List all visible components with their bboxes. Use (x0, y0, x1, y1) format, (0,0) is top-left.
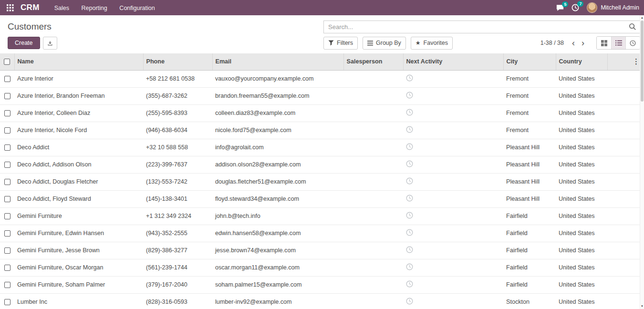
search-input[interactable] (327, 23, 629, 31)
next-activity-clock-icon[interactable] (406, 298, 413, 305)
cell-name[interactable]: Azure Interior, Colleen Diaz (14, 104, 143, 122)
next-activity-clock-icon[interactable] (406, 280, 413, 288)
table-row[interactable]: Lumber Inc (828)-316-0593 lumber-inv92@e… (0, 293, 644, 309)
menu-configuration[interactable]: Configuration (114, 1, 160, 15)
next-activity-clock-icon[interactable] (406, 195, 413, 202)
menu-reporting[interactable]: Reporting (76, 1, 113, 15)
cell-email[interactable]: jesse.brown74@example.com (212, 242, 343, 259)
cell-email[interactable]: colleen.diaz83@example.com (212, 104, 343, 122)
cell-next-activity[interactable] (403, 156, 503, 173)
cell-country[interactable]: United States (556, 276, 607, 293)
cell-salesperson[interactable] (343, 156, 403, 173)
next-activity-clock-icon[interactable] (406, 109, 413, 116)
cell-salesperson[interactable] (343, 276, 403, 293)
cell-country[interactable]: United States (556, 225, 607, 242)
cell-city[interactable]: Fremont (503, 122, 556, 139)
cell-phone[interactable]: (255)-595-8393 (143, 104, 212, 122)
next-activity-clock-icon[interactable] (406, 160, 413, 167)
cell-email[interactable]: vauxoo@yourcompany.example.com (212, 70, 343, 87)
cell-country[interactable]: United States (556, 104, 607, 122)
table-row[interactable]: Azure Interior, Brandon Freeman (355)-68… (0, 87, 644, 104)
select-all-checkbox[interactable] (4, 59, 10, 65)
cell-phone[interactable]: (561)-239-1744 (143, 259, 212, 276)
cell-country[interactable]: United States (556, 139, 607, 156)
cell-phone[interactable]: (145)-138-3401 (143, 190, 212, 207)
cell-email[interactable]: addison.olson28@example.com (212, 156, 343, 173)
row-checkbox[interactable] (4, 93, 10, 99)
cell-salesperson[interactable] (343, 122, 403, 139)
create-button[interactable]: Create (8, 37, 40, 49)
cell-country[interactable]: United States (556, 70, 607, 87)
cell-next-activity[interactable] (403, 293, 503, 309)
next-activity-clock-icon[interactable] (406, 212, 413, 219)
table-row[interactable]: Gemini Furniture +1 312 349 2324 john.b@… (0, 207, 644, 225)
row-checkbox[interactable] (4, 247, 10, 254)
cell-phone[interactable]: (355)-687-3262 (143, 87, 212, 104)
export-button[interactable] (43, 37, 57, 50)
cell-next-activity[interactable] (403, 276, 503, 293)
favorites-button[interactable]: ★ Favorites (411, 37, 453, 50)
cell-phone[interactable]: (379)-167-2040 (143, 276, 212, 293)
cell-phone[interactable]: (946)-638-6034 (143, 122, 212, 139)
cell-email[interactable]: edwin.hansen58@example.com (212, 225, 343, 242)
row-checkbox[interactable] (4, 230, 10, 237)
next-activity-clock-icon[interactable] (406, 177, 413, 185)
table-row[interactable]: Azure Interior, Nicole Ford (946)-638-60… (0, 122, 644, 139)
cell-next-activity[interactable] (403, 173, 503, 190)
cell-email[interactable]: brandon.freeman55@example.com (212, 87, 343, 104)
cell-salesperson[interactable] (343, 173, 403, 190)
cell-city[interactable]: Fairfield (503, 276, 556, 293)
cell-email[interactable]: douglas.fletcher51@example.com (212, 173, 343, 190)
cell-name[interactable]: Deco Addict, Douglas Fletcher (14, 173, 143, 190)
cell-country[interactable]: United States (556, 242, 607, 259)
column-header-phone[interactable]: Phone (143, 53, 212, 70)
scroll-down-icon[interactable]: ▼ (640, 305, 644, 308)
column-header-next-activity[interactable]: Next Activity (403, 53, 503, 70)
pager-previous-button[interactable]: ‹ (569, 39, 578, 47)
pager-next-button[interactable]: › (578, 39, 588, 47)
column-header-city[interactable]: City (503, 53, 556, 70)
cell-name[interactable]: Gemini Furniture, Oscar Morgan (14, 259, 143, 276)
cell-salesperson[interactable] (343, 104, 403, 122)
cell-name[interactable]: Gemini Furniture, Jesse Brown (14, 242, 143, 259)
optional-columns-icon[interactable]: ⋮ (633, 57, 640, 65)
row-checkbox[interactable] (4, 144, 10, 151)
cell-name[interactable]: Azure Interior, Nicole Ford (14, 122, 143, 139)
row-checkbox[interactable] (4, 265, 10, 271)
cell-city[interactable]: Pleasant Hill (503, 139, 556, 156)
column-header-country[interactable]: Country (556, 53, 607, 70)
activities-icon[interactable]: 7 (571, 4, 579, 11)
next-activity-clock-icon[interactable] (406, 229, 413, 236)
cell-phone[interactable]: (828)-316-0593 (143, 293, 212, 309)
menu-sales[interactable]: Sales (49, 1, 74, 15)
cell-country[interactable]: United States (556, 122, 607, 139)
cell-name[interactable]: Gemini Furniture, Edwin Hansen (14, 225, 143, 242)
filters-button[interactable]: Filters (323, 37, 358, 50)
row-checkbox[interactable] (4, 127, 10, 134)
cell-country[interactable]: United States (556, 207, 607, 225)
cell-city[interactable]: Fremont (503, 70, 556, 87)
table-row[interactable]: Gemini Furniture, Oscar Morgan (561)-239… (0, 259, 644, 276)
row-checkbox[interactable] (4, 76, 10, 82)
cell-country[interactable]: United States (556, 293, 607, 309)
row-checkbox[interactable] (4, 162, 10, 168)
cell-city[interactable]: Fairfield (503, 259, 556, 276)
cell-city[interactable]: Fremont (503, 104, 556, 122)
cell-phone[interactable]: +58 212 681 0538 (143, 70, 212, 87)
cell-country[interactable]: United States (556, 87, 607, 104)
cell-name[interactable]: Deco Addict (14, 139, 143, 156)
apps-menu-icon[interactable] (5, 3, 16, 12)
cell-salesperson[interactable] (343, 190, 403, 207)
cell-next-activity[interactable] (403, 139, 503, 156)
cell-next-activity[interactable] (403, 207, 503, 225)
cell-salesperson[interactable] (343, 293, 403, 309)
cell-name[interactable]: Gemini Furniture (14, 207, 143, 225)
cell-email[interactable]: lumber-inv92@example.com (212, 293, 343, 309)
table-row[interactable]: Gemini Furniture, Soham Palmer (379)-167… (0, 276, 644, 293)
table-row[interactable]: Gemini Furniture, Edwin Hansen (943)-352… (0, 225, 644, 242)
next-activity-clock-icon[interactable] (406, 126, 413, 133)
cell-city[interactable]: Stockton (503, 293, 556, 309)
table-row[interactable]: Azure Interior +58 212 681 0538 vauxoo@y… (0, 70, 644, 87)
next-activity-clock-icon[interactable] (406, 74, 413, 82)
row-checkbox[interactable] (4, 179, 10, 185)
